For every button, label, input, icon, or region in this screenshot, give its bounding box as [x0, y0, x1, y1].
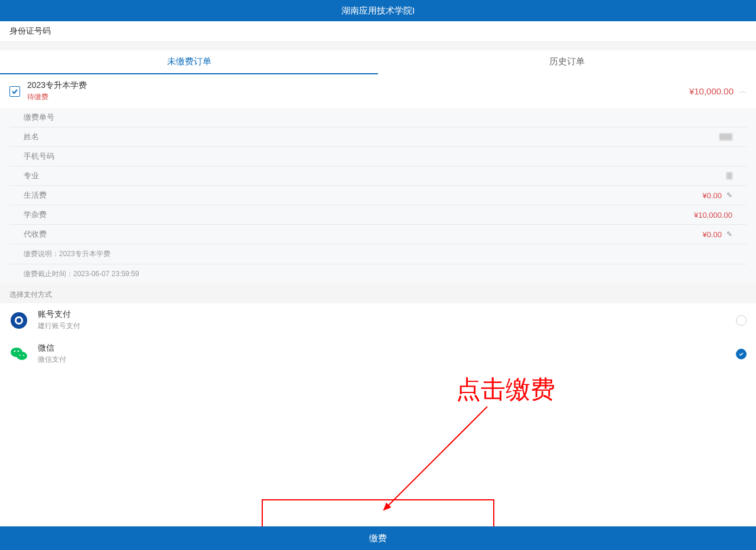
edit-icon[interactable]: ✎ — [726, 191, 732, 199]
payment-section-label: 选择支付方式 — [0, 284, 756, 303]
check-icon — [11, 88, 18, 95]
detail-major: 专业 — [9, 166, 747, 186]
name-value-blurred — [719, 133, 732, 140]
payment-desc: 缴费说明：2023专升本学费 — [9, 244, 747, 264]
payment-account-text: 账号支付 建行账号支付 — [38, 309, 736, 331]
page-header: 湖南应用技术学院I — [0, 0, 756, 21]
annotation-text: 点击缴费 — [456, 373, 555, 406]
pay-button[interactable]: 缴费 — [0, 526, 756, 550]
section-gap — [0, 42, 756, 50]
payment-option-wechat[interactable]: 微信 微信支付 — [0, 337, 756, 371]
order-title: 2023专升本学费 — [27, 80, 689, 91]
svg-point-2 — [17, 318, 21, 323]
svg-point-6 — [18, 350, 19, 352]
detail-bill-no: 缴费单号 — [9, 108, 747, 127]
detail-name: 姓名 — [9, 127, 747, 147]
tab-unpaid[interactable]: 未缴费订单 — [0, 50, 378, 74]
order-tabs: 未缴费订单 历史订单 — [0, 50, 756, 74]
detail-tuition-fee: 学杂费 ¥10,000.00 — [9, 205, 747, 225]
id-number-bar[interactable]: 身份证号码 — [0, 21, 756, 42]
svg-point-8 — [23, 354, 24, 355]
payment-deadline: 缴费截止时间：2023-06-07 23:59:59 — [9, 264, 747, 284]
svg-point-4 — [17, 352, 27, 360]
svg-point-7 — [19, 354, 21, 355]
ccb-icon — [9, 311, 28, 330]
wechat-icon — [9, 345, 28, 364]
svg-point-5 — [14, 350, 16, 352]
edit-icon[interactable]: ✎ — [726, 230, 732, 238]
order-status: 待缴费 — [27, 92, 689, 102]
radio-unchecked[interactable] — [736, 315, 747, 326]
detail-living-fee: 生活费 ¥0.00 ✎ — [9, 186, 747, 205]
chevron-up-icon: ︿ — [739, 86, 747, 96]
id-label: 身份证号码 — [9, 26, 51, 37]
payment-wechat-text: 微信 微信支付 — [38, 343, 736, 365]
order-checkbox[interactable] — [9, 86, 20, 97]
order-header[interactable]: 2023专升本学费 待缴费 ¥10,000.00 ︿ — [0, 74, 756, 108]
major-value-blurred — [726, 172, 732, 179]
order-amount: ¥10,000.00 — [689, 86, 734, 96]
tab-history[interactable]: 历史订单 — [378, 50, 756, 74]
detail-phone: 手机号码 — [9, 147, 747, 166]
svg-line-10 — [384, 407, 487, 510]
annotation-arrow — [378, 404, 496, 516]
order-details: 缴费单号 姓名 手机号码 专业 生活费 ¥0.00 ✎ 学杂费 ¥10,000.… — [0, 108, 756, 284]
radio-checked[interactable] — [736, 349, 747, 359]
order-title-box: 2023专升本学费 待缴费 — [27, 80, 689, 102]
header-title: 湖南应用技术学院I — [341, 5, 415, 17]
payment-option-account[interactable]: 账号支付 建行账号支付 — [0, 303, 756, 337]
detail-collect-fee: 代收费 ¥0.00 ✎ — [9, 225, 747, 244]
